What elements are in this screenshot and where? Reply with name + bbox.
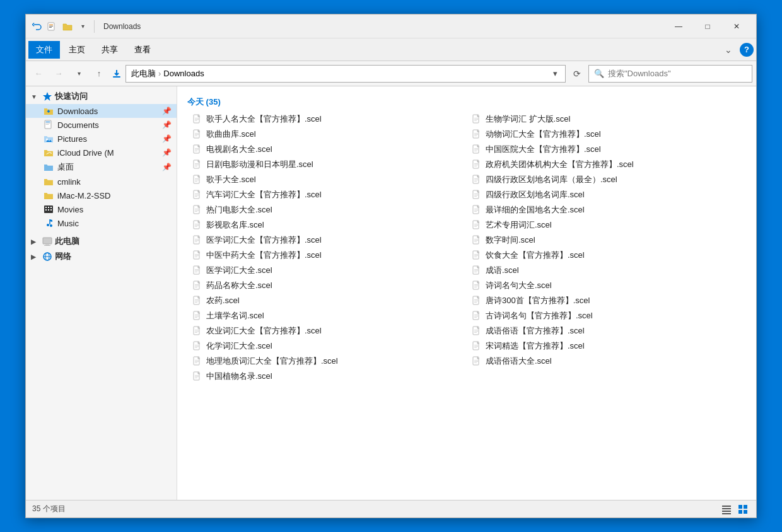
- svg-rect-156: [195, 361, 199, 362]
- view-large-icons-button[interactable]: [736, 502, 750, 516]
- file-item[interactable]: 医学词汇大全【官方推荐】.scel: [187, 233, 467, 248]
- file-item[interactable]: 农业词汇大全【官方推荐】.scel: [187, 323, 467, 338]
- folder-icon[interactable]: [61, 20, 74, 33]
- file-item[interactable]: 歌手大全.scel: [187, 172, 467, 187]
- star-icon: [42, 91, 52, 101]
- breadcrumb-pc[interactable]: 此电脑: [131, 68, 156, 79]
- file-item[interactable]: 四级行政区划地名词库.scel: [467, 187, 746, 202]
- svg-rect-155: [195, 360, 199, 361]
- file-item[interactable]: 地理地质词汇大全【官方推荐】.scel: [187, 354, 467, 369]
- file-item[interactable]: 艺术专用词汇.scel: [467, 217, 746, 233]
- file-name: 宋词精选【官方推荐】.scel: [486, 340, 585, 352]
- address-dropdown-icon[interactable]: ▾: [551, 69, 560, 78]
- sidebar-network-section[interactable]: ▶ 网络: [26, 249, 177, 264]
- file-item[interactable]: 四级行政区划地名词库（最全）.scel: [467, 172, 746, 187]
- file-item[interactable]: 生物学词汇 扩大版.scel: [467, 112, 746, 127]
- file-item[interactable]: 最详细的全国地名大全.scel: [467, 202, 746, 217]
- sidebar-music-label: Music: [57, 219, 172, 228]
- file-item[interactable]: 医学词汇大全.scel: [187, 263, 467, 278]
- forward-button[interactable]: →: [50, 65, 67, 83]
- file-item[interactable]: 饮食大全【官方推荐】.scel: [467, 248, 746, 263]
- svg-rect-157: [195, 362, 197, 363]
- file-item[interactable]: 诗词名句大全.scel: [467, 278, 746, 293]
- sidebar-desktop-label: 桌面: [57, 161, 158, 173]
- tab-file[interactable]: 文件: [28, 41, 60, 59]
- sidebar-item-music[interactable]: Music: [26, 216, 177, 230]
- file-item[interactable]: 农药.scel: [187, 293, 467, 308]
- file-item[interactable]: 中医中药大全【官方推荐】.scel: [187, 248, 467, 263]
- sidebar-item-pictures[interactable]: Pictures 📌: [26, 132, 177, 146]
- sidebar-quick-access[interactable]: ▼ 快速访问: [26, 89, 177, 104]
- file-item[interactable]: 药品名称大全.scel: [187, 278, 467, 293]
- search-box[interactable]: 🔍: [588, 65, 752, 83]
- svg-rect-149: [195, 347, 197, 348]
- sidebar-pc-section[interactable]: ▶ 此电脑: [26, 234, 177, 249]
- close-button[interactable]: ✕: [722, 16, 751, 37]
- sidebar-item-downloads[interactable]: Downloads 📌: [26, 104, 177, 118]
- search-input[interactable]: [608, 69, 747, 78]
- svg-rect-47: [474, 148, 478, 149]
- file-item[interactable]: 土壤学名词.scel: [187, 308, 467, 323]
- pc-chevron: ▶: [31, 238, 40, 245]
- svg-rect-151: [474, 345, 478, 345]
- tab-home[interactable]: 主页: [61, 41, 93, 59]
- file-item[interactable]: 歌曲曲库.scel: [187, 127, 467, 142]
- svg-rect-152: [474, 346, 478, 347]
- back-button[interactable]: ←: [30, 65, 47, 83]
- file-item[interactable]: 电视剧名大全.scel: [187, 142, 467, 157]
- file-item[interactable]: 中国医院大全【官方推荐】.scel: [467, 142, 746, 157]
- file-item[interactable]: 成语.scel: [467, 263, 746, 278]
- svg-rect-92: [195, 240, 199, 241]
- svg-point-10: [46, 139, 48, 141]
- file-item[interactable]: 政府机关团体机构大全【官方推荐】.scel: [467, 157, 746, 172]
- tab-share[interactable]: 共享: [94, 41, 125, 59]
- file-item[interactable]: 宋词精选【官方推荐】.scel: [467, 338, 746, 354]
- file-item[interactable]: 汽车词汇大全【官方推荐】.scel: [187, 187, 467, 202]
- svg-rect-113: [474, 272, 477, 272]
- svg-rect-112: [474, 270, 478, 271]
- dropdown-arrow-icon[interactable]: ▾: [76, 20, 89, 33]
- file-item[interactable]: 数字时间.scel: [467, 233, 746, 248]
- file-name: 农药.scel: [206, 295, 240, 306]
- ribbon-collapse-icon[interactable]: ⌄: [720, 41, 737, 59]
- up-button[interactable]: ↑: [90, 65, 108, 83]
- separator: [94, 20, 95, 33]
- view-details-button[interactable]: [720, 502, 733, 516]
- svg-rect-80: [474, 210, 478, 211]
- file-item[interactable]: 影视歌名库.scel: [187, 217, 467, 233]
- file-name: 生物学词汇 扩大版.scel: [486, 113, 570, 125]
- sidebar-item-desktop[interactable]: 桌面 📌: [26, 159, 177, 175]
- file-item[interactable]: 化学词汇大全.scel: [187, 338, 467, 354]
- file-name: 数字时间.scel: [486, 234, 535, 246]
- sidebar-item-icloud[interactable]: iCloud Drive (M 📌: [26, 146, 177, 159]
- breadcrumb-downloads[interactable]: Downloads: [163, 69, 204, 78]
- sidebar-item-cmlink[interactable]: cmlink: [26, 175, 177, 188]
- file-item[interactable]: 成语俗语大全.scel: [467, 354, 746, 369]
- file-name: 歌手大全.scel: [206, 174, 256, 185]
- sidebar-item-movies[interactable]: Movies: [26, 202, 177, 216]
- maximize-button[interactable]: □: [693, 16, 722, 37]
- file-name: 成语俗语【官方推荐】.scel: [486, 325, 585, 337]
- file-item[interactable]: 歌手人名大全【官方推荐】.scel: [187, 112, 467, 127]
- undo-icon[interactable]: [31, 20, 44, 33]
- file-item[interactable]: 热门电影大全.scel: [187, 202, 467, 217]
- svg-rect-103: [474, 254, 478, 255]
- file-item[interactable]: 中国植物名录.scel: [187, 369, 467, 384]
- recent-locations-button[interactable]: ▾: [70, 65, 88, 83]
- properties-icon[interactable]: [46, 20, 59, 33]
- sidebar-item-documents[interactable]: Documents 📌: [26, 118, 177, 132]
- svg-rect-79: [474, 209, 478, 209]
- svg-rect-91: [195, 239, 199, 240]
- file-item[interactable]: 成语俗语【官方推荐】.scel: [467, 323, 746, 338]
- tab-view[interactable]: 查看: [127, 41, 158, 59]
- sidebar-item-imac[interactable]: iMac-M.2-SSD: [26, 188, 177, 202]
- help-button[interactable]: ?: [740, 43, 754, 57]
- refresh-button[interactable]: ⟳: [568, 65, 586, 83]
- file-item[interactable]: 唐诗300首【官方推荐】.scel: [467, 293, 746, 308]
- file-item[interactable]: 古诗词名句【官方推荐】.scel: [467, 308, 746, 323]
- file-item[interactable]: 动物词汇大全【官方推荐】.scel: [467, 127, 746, 142]
- minimize-button[interactable]: —: [664, 16, 693, 37]
- address-input[interactable]: 此电脑 › Downloads ▾: [125, 65, 566, 83]
- file-item[interactable]: 日剧电影动漫和日本明星.scel: [187, 157, 467, 172]
- svg-rect-88: [474, 225, 478, 226]
